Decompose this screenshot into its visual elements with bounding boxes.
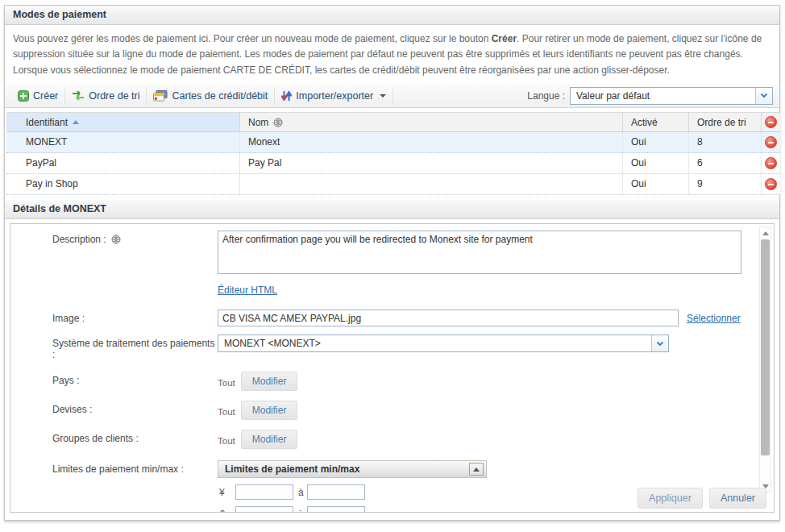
import-export-button[interactable]: Importer/exporter [275,87,393,105]
table-row-payinshop[interactable]: Pay in Shop Oui 9 [6,174,780,195]
create-button-label: Créer [33,90,58,102]
image-row: Image : Sélectionner [10,310,774,326]
currency-symbol: ¥ [219,487,235,498]
language-zone: Langue : Valeur par défaut [527,87,773,105]
sort-asc-icon [73,120,79,124]
cell-ordre: 6 [689,153,762,173]
intro-text: Vous pouvez gérer les modes de paiement … [5,25,779,84]
processor-select-value: MONEXT <MONEXT> [218,338,651,349]
cell-active: Oui [623,153,689,173]
countries-value: Tout [218,378,235,391]
delete-icon[interactable] [765,116,777,128]
collapse-button[interactable] [469,463,484,476]
limit-min-input[interactable] [235,506,293,513]
details-form: Description : After confirmation page yo… [10,223,775,513]
processor-select[interactable]: MONEXT <MONEXT> [218,335,669,352]
table-row-paypal[interactable]: PayPal Pay Pal Oui 6 [6,153,780,174]
currency-symbol: € [219,509,235,513]
payment-limits-panel-header: Limites de paiement min/max [218,460,487,478]
cell-active: Oui [623,174,689,194]
column-header-nom-label: Nom [248,113,268,131]
column-header-nom[interactable]: Nom [240,113,623,131]
create-button[interactable]: Créer [11,87,65,105]
credit-cards-button[interactable]: Cartes de crédit/débit [147,87,275,105]
scroll-up-icon[interactable] [760,228,770,238]
cell-nom: Pay Pal [240,153,623,173]
page-title: Modes de paiement [5,6,779,25]
processor-row: Système de traitement des paiements : MO… [10,335,774,360]
details-scrollbar[interactable] [759,227,771,493]
cell-delete [762,153,780,173]
language-select[interactable]: Valeur par défaut [570,87,773,105]
column-header-identifiant[interactable]: Identifiant [6,113,240,131]
payment-limits-panel: Limites de paiement min/max ¥ à € [218,460,487,513]
cell-identifiant: Pay in Shop [6,174,240,194]
sort-order-button-label: Ordre de tri [89,90,139,102]
countries-row: Pays : Tout Modifier [10,372,774,391]
delete-icon[interactable] [765,178,777,190]
cancel-button[interactable]: Annuler [709,488,766,509]
countries-label: Pays : [10,372,218,391]
description-label: Description : [10,231,218,274]
html-editor-link[interactable]: Éditeur HTML [218,285,277,296]
cell-active: Oui [623,132,689,152]
chevron-down-icon [656,341,664,347]
language-select-value: Valeur par défaut [571,90,755,102]
column-header-ordre[interactable]: Ordre de tri [689,113,762,131]
toolbar: Créer Ordre de tri Cartes de crédit/débi… [5,84,779,108]
limit-max-input[interactable] [307,484,365,500]
currencies-value: Tout [218,407,235,420]
globe-icon [273,118,283,127]
column-header-delete [762,113,780,131]
cell-nom [240,174,623,194]
cell-identifiant: MONEXT [6,132,240,152]
apply-button[interactable]: Appliquer [638,488,703,509]
delete-icon[interactable] [765,136,777,148]
payment-methods-page: Modes de paiement Vous pouvez gérer les … [0,0,785,532]
intro-part1: Vous pouvez gérer les modes de paiement … [13,33,492,44]
chevron-up-icon [473,468,480,472]
customer-groups-modify-button[interactable]: Modifier [241,430,298,449]
intro-bold-creer: Créer [492,33,517,44]
delete-icon[interactable] [765,157,777,169]
limit-row-yen: ¥ à [219,484,487,500]
add-icon [18,90,29,102]
credit-cards-button-label: Cartes de crédit/débit [172,90,268,102]
table-row-monext[interactable]: MONEXT Monext Oui 8 [6,132,780,153]
image-input[interactable] [218,310,679,326]
chevron-down-icon [760,93,768,98]
processor-select-arrow[interactable] [651,335,668,351]
countries-modify-button[interactable]: Modifier [241,372,298,391]
chevron-down-icon [380,94,386,98]
cell-ordre: 8 [689,132,762,152]
currencies-modify-button[interactable]: Modifier [241,401,298,420]
cell-delete [762,174,780,194]
import-export-button-label: Importer/exporter [296,90,373,102]
column-header-active[interactable]: Activé [623,113,689,131]
description-textarea[interactable]: After confirmation page you will be redi… [218,231,741,274]
sort-order-button[interactable]: Ordre de tri [65,87,147,105]
limit-to-label: à [298,509,304,513]
customer-groups-row: Groupes de clients : Tout Modifier [10,430,774,449]
select-image-link[interactable]: Sélectionner [687,313,741,324]
globe-icon [111,235,121,244]
credit-card-icon [153,90,168,102]
currencies-label: Devises : [10,401,218,420]
description-row: Description : After confirmation page yo… [10,231,774,274]
payment-limits-panel-title: Limites de paiement min/max [225,463,359,475]
limit-min-input[interactable] [235,484,293,500]
customer-groups-value: Tout [218,436,235,449]
limit-row-euro: € à [219,506,487,513]
column-header-identifiant-label: Identifiant [26,113,68,131]
language-select-arrow[interactable] [755,88,772,104]
limit-max-input[interactable] [307,506,365,513]
cell-ordre: 9 [689,174,762,194]
table-header-row: Identifiant Nom Activé Ordre de tri [6,112,780,132]
payment-limits-label: Limites de paiement min/max : [10,460,218,513]
html-editor-row: Éditeur HTML [218,282,774,297]
details-title: Détails de MONEXT [5,200,779,219]
main-panel: Modes de paiement Vous pouvez gérer les … [4,5,780,521]
processor-label: Système de traitement des paiements : [10,335,218,360]
import-export-icon [281,90,292,102]
scrollbar-thumb[interactable] [761,239,770,455]
